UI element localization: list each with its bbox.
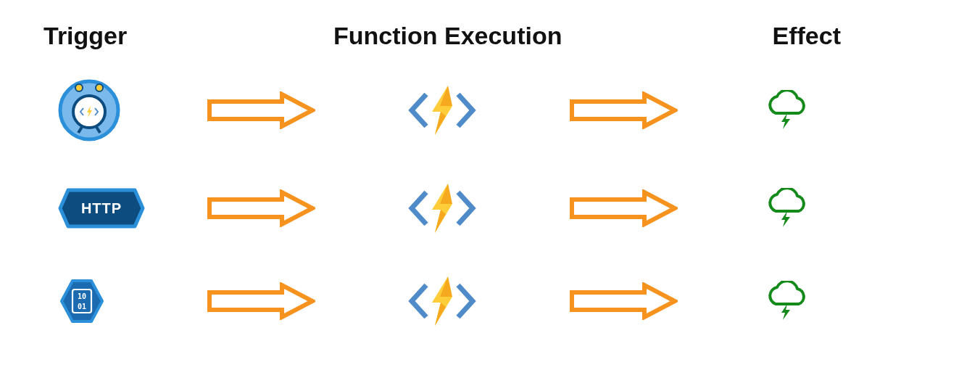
trigger-binary: 10 01 <box>43 277 188 325</box>
header-trigger: Trigger <box>43 22 188 50</box>
function-icon <box>406 275 478 327</box>
http-icon: HTTP <box>58 188 145 229</box>
arrow-icon <box>207 189 315 227</box>
effect-2 <box>696 188 841 229</box>
arrow-3a <box>188 282 333 320</box>
arrow-1a <box>188 91 333 129</box>
effect-1 <box>696 90 841 131</box>
header-effect: Effect <box>696 22 841 50</box>
svg-marker-21 <box>781 304 790 320</box>
cloud-lightning-icon <box>761 281 812 321</box>
function-1 <box>333 84 551 136</box>
arrow-icon <box>569 189 678 227</box>
header-function: Function Execution <box>333 22 551 50</box>
rows: HTTP <box>43 79 937 327</box>
cloud-lightning-icon <box>761 90 812 131</box>
arrow-icon <box>569 282 678 320</box>
svg-point-1 <box>75 84 83 91</box>
arrow-2b <box>551 189 696 227</box>
trigger-timer <box>43 79 188 141</box>
effect-3 <box>696 281 841 321</box>
function-2 <box>333 182 551 234</box>
arrow-icon <box>207 91 315 129</box>
function-icon <box>406 84 478 136</box>
binary-text-bottom: 01 <box>78 303 86 311</box>
arrow-icon <box>207 282 315 320</box>
row-http: HTTP <box>43 182 937 234</box>
timer-icon <box>58 79 120 141</box>
svg-marker-9 <box>435 112 446 135</box>
function-icon <box>406 182 478 234</box>
arrow-1b <box>551 91 696 129</box>
svg-marker-10 <box>781 113 790 129</box>
trigger-http: HTTP <box>43 188 188 229</box>
diagram-container: Trigger Function Execution Effect <box>0 0 980 386</box>
svg-marker-14 <box>435 210 446 233</box>
cloud-lightning-icon <box>761 188 812 229</box>
http-label: HTTP <box>81 200 122 216</box>
svg-marker-15 <box>781 211 790 227</box>
row-timer <box>43 79 937 141</box>
function-3 <box>333 275 551 327</box>
arrow-3b <box>551 282 696 320</box>
binary-text-top: 10 <box>78 292 86 300</box>
binary-icon: 10 01 <box>58 277 106 325</box>
arrow-2a <box>188 189 333 227</box>
svg-marker-20 <box>435 303 446 326</box>
svg-marker-16 <box>62 281 102 321</box>
svg-point-2 <box>96 84 103 91</box>
header-row: Trigger Function Execution Effect <box>43 22 937 50</box>
row-binary: 10 01 <box>43 275 937 327</box>
arrow-icon <box>569 91 678 129</box>
